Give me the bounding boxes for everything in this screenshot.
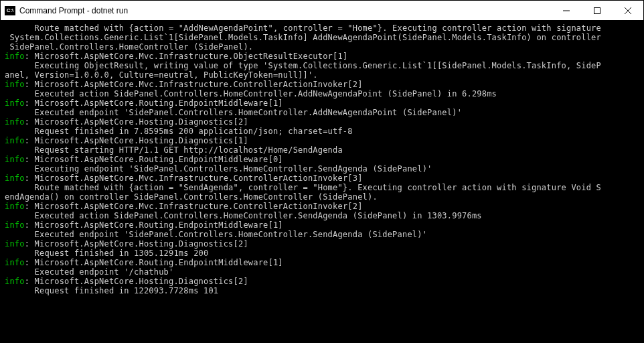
log-level-info: info (5, 80, 25, 89)
window-title: Command Prompt - dotnet run (19, 6, 128, 15)
cmd-icon: C:\ (5, 6, 15, 15)
terminal-line: Executed action SidePanel.Controllers.Ho… (5, 89, 639, 98)
terminal-line: Request finished in 1305.1291ms 200 (5, 249, 639, 258)
terminal-line: info: Microsoft.AspNetCore.Routing.Endpo… (5, 258, 639, 267)
window-controls (551, 1, 643, 20)
terminal-line: endAgenda() on controller SidePanel.Cont… (5, 192, 639, 202)
log-level-info: info (5, 117, 25, 127)
terminal-line: anel, Version=1.0.0.0, Culture=neutral, … (5, 70, 639, 80)
terminal-line: Request finished in 7.8595ms 200 applica… (5, 127, 639, 136)
terminal-line: info: Microsoft.AspNetCore.Routing.Endpo… (5, 98, 639, 108)
terminal-line: System.Collections.Generic.List`1[SidePa… (5, 33, 639, 42)
log-level-info: info (5, 239, 25, 249)
log-level-info: info (5, 202, 25, 211)
log-level-info: info (5, 174, 25, 183)
terminal-line: Route matched with {action = "AddNewAgen… (5, 23, 639, 33)
terminal-line: info: Microsoft.AspNetCore.Routing.Endpo… (5, 155, 639, 164)
log-level-info: info (5, 136, 25, 145)
terminal-line: Route matched with {action = "SendAgenda… (5, 183, 639, 192)
terminal-line: info: Microsoft.AspNetCore.Mvc.Infrastru… (5, 80, 639, 89)
log-level-info: info (5, 258, 25, 267)
terminal-line: Executed action SidePanel.Controllers.Ho… (5, 211, 639, 220)
titlebar-left: C:\ Command Prompt - dotnet run (5, 6, 128, 15)
terminal-line: info: Microsoft.AspNetCore.Hosting.Diagn… (5, 239, 639, 249)
close-icon (625, 7, 631, 14)
terminal-line: SidePanel.Controllers.HomeController (Si… (5, 42, 639, 52)
log-level-info: info (5, 220, 25, 230)
maximize-icon (594, 7, 600, 14)
terminal-line: info: Microsoft.AspNetCore.Mvc.Infrastru… (5, 174, 639, 183)
terminal-line: Executed endpoint 'SidePanel.Controllers… (5, 230, 639, 239)
terminal-line: info: Microsoft.AspNetCore.Hosting.Diagn… (5, 277, 639, 286)
terminal-line: info: Microsoft.AspNetCore.Hosting.Diagn… (5, 136, 639, 145)
terminal-line: info: Microsoft.AspNetCore.Mvc.Infrastru… (5, 52, 639, 61)
maximize-button[interactable] (582, 1, 613, 20)
terminal-line: Request finished in 122093.7728ms 101 (5, 286, 639, 295)
terminal-line: Executed endpoint '/chathub' (5, 267, 639, 277)
terminal-line: Executing ObjectResult, writing value of… (5, 61, 639, 70)
terminal-line: info: Microsoft.AspNetCore.Hosting.Diagn… (5, 117, 639, 127)
minimize-button[interactable] (551, 1, 582, 20)
log-level-info: info (5, 155, 25, 164)
terminal-line: Executing endpoint 'SidePanel.Controller… (5, 164, 639, 174)
terminal-line: info: Microsoft.AspNetCore.Routing.Endpo… (5, 220, 639, 230)
terminal-line: info: Microsoft.AspNetCore.Mvc.Infrastru… (5, 202, 639, 211)
terminal-line: Request starting HTTP/1.1 GET http://loc… (5, 145, 639, 155)
minimize-icon (563, 7, 570, 14)
svg-rect-1 (594, 7, 600, 13)
terminal-line: Executed endpoint 'SidePanel.Controllers… (5, 108, 639, 117)
window-titlebar: C:\ Command Prompt - dotnet run (1, 1, 643, 21)
log-level-info: info (5, 277, 25, 286)
close-button[interactable] (613, 1, 643, 20)
log-level-info: info (5, 98, 25, 108)
terminal-output[interactable]: Route matched with {action = "AddNewAgen… (1, 21, 643, 342)
log-level-info: info (5, 52, 25, 61)
